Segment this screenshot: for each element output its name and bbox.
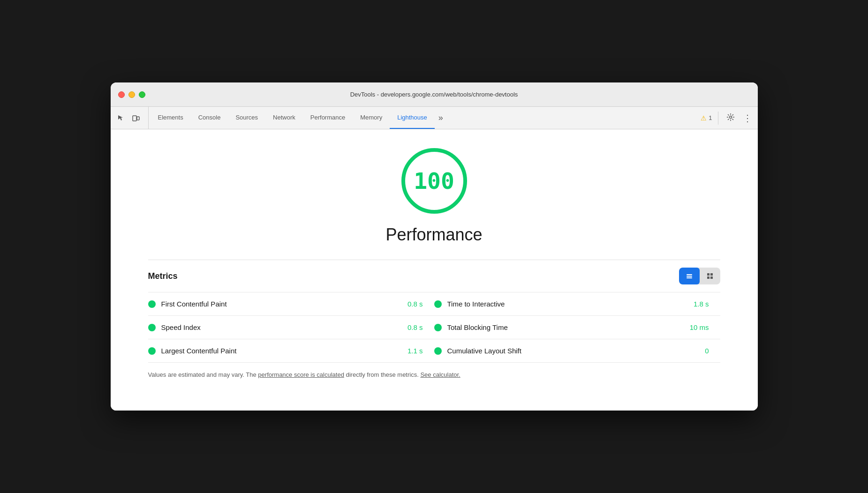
more-options-button[interactable]: ⋮ — [741, 112, 754, 125]
main-content: 100 Performance Metrics — [111, 129, 758, 411]
metric-row-1: First Contentful Paint 0.8 s Time to Int… — [148, 292, 720, 316]
svg-rect-0 — [133, 116, 136, 121]
settings-icon — [726, 113, 735, 123]
warning-count: 1 — [709, 114, 712, 121]
metric-name-si: Speed Index — [161, 323, 402, 331]
svg-rect-6 — [707, 273, 709, 276]
tab-console[interactable]: Console — [191, 107, 228, 129]
metric-value-fcp: 0.8 s — [408, 300, 423, 308]
tab-elements[interactable]: Elements — [151, 107, 191, 129]
metrics-label: Metrics — [148, 271, 178, 281]
metric-value-tti: 1.8 s — [694, 300, 709, 308]
metric-tti: Time to Interactive 1.8 s — [434, 300, 720, 308]
view-toggle — [679, 268, 720, 284]
metric-row-3: Largest Contentful Paint 1.1 s Cumulativ… — [148, 339, 720, 363]
metric-dot-fcp — [148, 300, 156, 308]
metric-value-tbt: 10 ms — [690, 323, 709, 331]
metric-dot-lcp — [148, 347, 156, 355]
svg-rect-1 — [137, 117, 139, 120]
metric-cls: Cumulative Layout Shift 0 — [434, 347, 720, 355]
performance-score-link[interactable]: performance score is calculated — [258, 371, 344, 378]
svg-rect-8 — [707, 276, 709, 279]
svg-point-2 — [729, 116, 732, 118]
metric-name-cls: Cumulative Layout Shift — [447, 347, 700, 355]
metric-name-fcp: First Contentful Paint — [161, 300, 402, 308]
tab-lighthouse[interactable]: Lighthouse — [390, 107, 435, 129]
score-number: 100 — [414, 168, 454, 194]
metric-dot-tbt — [434, 324, 442, 331]
score-circle: 100 — [401, 148, 467, 214]
settings-button[interactable] — [724, 112, 737, 125]
footer-note: Values are estimated and may vary. The p… — [148, 363, 720, 380]
svg-rect-9 — [710, 276, 713, 279]
device-toolbar-icon[interactable] — [129, 112, 143, 125]
devtools-tabs: Elements Console Sources Network Perform… — [151, 107, 697, 129]
metric-tbt: Total Blocking Time 10 ms — [434, 323, 720, 331]
metric-value-si: 0.8 s — [408, 323, 423, 331]
tab-sources[interactable]: Sources — [228, 107, 265, 129]
devtools-toolbar: Elements Console Sources Network Perform… — [111, 107, 758, 129]
metric-si: Speed Index 0.8 s — [148, 323, 434, 331]
metric-value-lcp: 1.1 s — [408, 347, 423, 355]
titlebar: DevTools - developers.google.com/web/too… — [111, 82, 758, 107]
tab-performance[interactable]: Performance — [303, 107, 353, 129]
metric-lcp: Largest Contentful Paint 1.1 s — [148, 347, 434, 355]
calculator-link[interactable]: See calculator. — [420, 371, 460, 378]
performance-label: Performance — [148, 225, 720, 245]
tab-network[interactable]: Network — [265, 107, 303, 129]
minimize-button[interactable] — [128, 91, 135, 98]
toolbar-divider — [718, 112, 718, 125]
tab-memory[interactable]: Memory — [353, 107, 390, 129]
svg-rect-4 — [687, 276, 692, 277]
svg-rect-7 — [710, 273, 713, 276]
metric-fcp: First Contentful Paint 0.8 s — [148, 300, 434, 308]
metric-dot-si — [148, 324, 156, 331]
metrics-section: Metrics — [148, 260, 720, 380]
toolbar-icons — [114, 107, 149, 129]
metrics-header: Metrics — [148, 260, 720, 292]
score-container: 100 — [148, 148, 720, 214]
metrics-grid: First Contentful Paint 0.8 s Time to Int… — [148, 292, 720, 363]
svg-rect-3 — [687, 274, 692, 275]
metric-name-tbt: Total Blocking Time — [447, 323, 684, 331]
window-title: DevTools - developers.google.com/web/too… — [350, 91, 518, 98]
metric-name-lcp: Largest Contentful Paint — [161, 347, 402, 355]
traffic-lights — [118, 91, 145, 98]
metric-dot-tti — [434, 300, 442, 308]
warning-badge[interactable]: ⚠ 1 — [701, 114, 712, 122]
list-view-button[interactable] — [679, 268, 700, 284]
toolbar-right: ⚠ 1 ⋮ — [697, 107, 754, 129]
metric-dot-cls — [434, 347, 442, 355]
more-tabs-button[interactable]: » — [435, 107, 447, 129]
metric-value-cls: 0 — [705, 347, 709, 355]
devtools-window: DevTools - developers.google.com/web/too… — [111, 82, 758, 411]
more-options-icon: ⋮ — [743, 112, 752, 124]
grid-view-button[interactable] — [700, 268, 720, 284]
maximize-button[interactable] — [139, 91, 145, 98]
metric-row-2: Speed Index 0.8 s Total Blocking Time 10… — [148, 316, 720, 339]
metric-name-tti: Time to Interactive — [447, 300, 688, 308]
inspect-icon[interactable] — [114, 112, 128, 125]
warning-icon: ⚠ — [701, 114, 707, 122]
svg-rect-5 — [687, 277, 692, 278]
close-button[interactable] — [118, 91, 125, 98]
